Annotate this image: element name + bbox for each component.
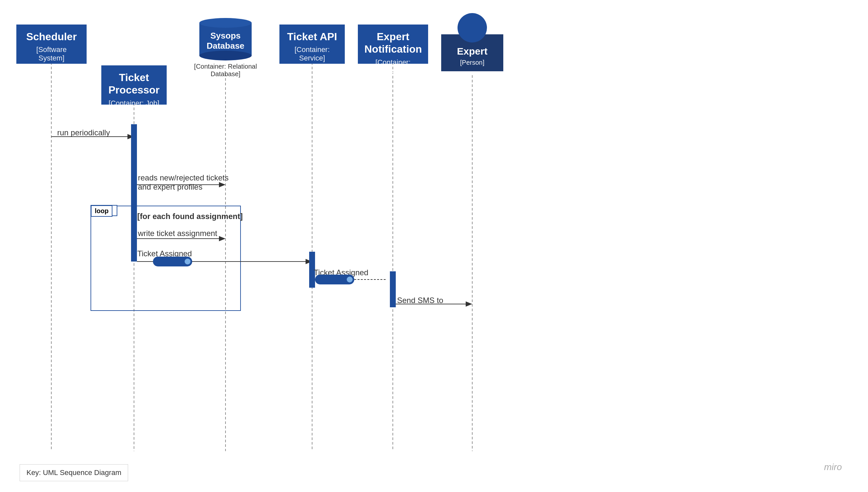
ticket-pill-1 bbox=[153, 256, 192, 266]
expert-notification-subtitle: [Container: Service] bbox=[364, 58, 422, 75]
expert-container: Expert [Person] bbox=[441, 13, 503, 71]
ticket-processor-title: TicketProcessor bbox=[108, 71, 160, 96]
svg-rect-20 bbox=[390, 271, 396, 307]
expert-head-icon bbox=[458, 13, 487, 43]
msg-run-periodically: run periodically bbox=[57, 128, 110, 137]
expert-notification-title: ExpertNotification bbox=[364, 30, 422, 55]
msg-write-ticket: write ticket assignment bbox=[138, 229, 217, 238]
key-label: Key: UML Sequence Diagram bbox=[20, 464, 128, 481]
expert-notification-box: ExpertNotification [Container: Service] bbox=[358, 25, 428, 64]
msg-for-each: [for each found assignment] bbox=[137, 212, 243, 221]
ticket-processor-box: TicketProcessor [Container: Job] bbox=[101, 65, 167, 105]
sysops-db-title: Sysops Database bbox=[199, 31, 252, 51]
expert-title: Expert bbox=[446, 46, 499, 57]
svg-marker-17 bbox=[306, 259, 312, 264]
ticket-api-title: Ticket API bbox=[286, 30, 338, 43]
expert-subtitle: [Person] bbox=[446, 59, 499, 66]
msg-send-sms: Send SMS to bbox=[397, 296, 443, 305]
scheduler-box: Scheduler [Software System] bbox=[16, 25, 86, 64]
svg-marker-7 bbox=[127, 134, 134, 139]
msg-reads-tickets: reads new/rejected ticketsand expert pro… bbox=[138, 173, 228, 192]
svg-marker-22 bbox=[466, 301, 472, 306]
ticket-api-subtitle: [Container: Service] bbox=[286, 45, 338, 63]
scheduler-title: Scheduler bbox=[23, 30, 80, 43]
miro-watermark: miro bbox=[824, 462, 842, 472]
ticket-pill-2 bbox=[315, 275, 354, 285]
diagram-container: Scheduler [Software System] TicketProces… bbox=[0, 0, 868, 492]
scheduler-subtitle: [Software System] bbox=[23, 45, 80, 63]
svg-rect-8 bbox=[131, 124, 137, 262]
sysops-db-container: Sysops Database [Container: RelationalDa… bbox=[193, 18, 258, 78]
loop-label: loop bbox=[91, 205, 112, 217]
svg-marker-14 bbox=[219, 236, 226, 241]
sysops-db-subtitle: [Container: RelationalDatabase] bbox=[193, 63, 258, 78]
ticket-processor-subtitle: [Container: Job] bbox=[108, 99, 160, 107]
ticket-api-box: Ticket API [Container: Service] bbox=[279, 25, 345, 64]
